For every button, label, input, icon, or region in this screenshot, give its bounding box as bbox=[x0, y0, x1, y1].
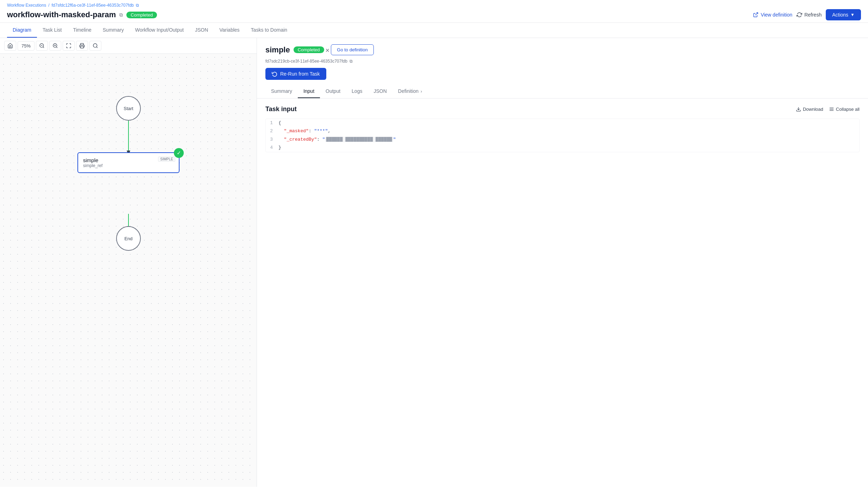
tab-json[interactable]: JSON bbox=[189, 23, 214, 38]
tab-summary[interactable]: Summary bbox=[97, 23, 130, 38]
main-content: 75% bbox=[0, 38, 868, 487]
panel-tab-summary[interactable]: Summary bbox=[265, 85, 298, 98]
breadcrumb-separator: / bbox=[48, 3, 49, 8]
go-to-definition-button[interactable]: Go to definition bbox=[331, 44, 373, 55]
node-task-ref: simple_ref bbox=[83, 163, 174, 168]
panel-title: simple bbox=[265, 45, 290, 55]
refresh-button[interactable]: Refresh bbox=[797, 12, 822, 18]
code-block: 1 { 2 "_masked": "***", 3 "_createdBy": … bbox=[265, 119, 860, 152]
svg-line-10 bbox=[96, 47, 98, 48]
breadcrumb-id[interactable]: fd7sfdc12f6a-ce3f-11ef-85ee-46353c707fdb bbox=[52, 3, 134, 8]
panel-content: Task input Download Collapse all 1 { bbox=[257, 98, 868, 487]
diagram-toolbar: 75% bbox=[0, 38, 257, 54]
rerun-from-task-button[interactable]: Re-Run from Task bbox=[265, 68, 326, 80]
tab-timeline[interactable]: Timeline bbox=[67, 23, 97, 38]
code-line-1: 1 { bbox=[266, 119, 859, 127]
tab-diagram[interactable]: Diagram bbox=[7, 23, 37, 38]
task-input-actions: Download Collapse all bbox=[796, 107, 860, 112]
workflow-status-badge: Completed bbox=[126, 12, 157, 18]
collapse-all-button[interactable]: Collapse all bbox=[829, 107, 860, 112]
refresh-icon bbox=[797, 12, 802, 18]
actions-button[interactable]: Actions ▼ bbox=[826, 9, 861, 20]
home-icon bbox=[7, 43, 13, 49]
panel-tabs: Summary Input Output Logs JSON Definitio… bbox=[265, 85, 860, 98]
header-row: workflow-with-masked-param ⧉ Completed V… bbox=[7, 9, 861, 20]
code-line-2: 2 "_masked": "***", bbox=[266, 127, 859, 135]
panel-id: fd7sdc219cb-ce3f-11ef-85ee-46353c707fdb … bbox=[265, 59, 374, 64]
panel-title-section: simple Completed ×Go to definition fd7sd… bbox=[265, 44, 374, 85]
panel-tab-output[interactable]: Output bbox=[320, 85, 346, 98]
search-icon bbox=[93, 43, 98, 49]
view-definition-button[interactable]: View definition bbox=[753, 12, 792, 18]
node-task-status-icon: ✓ bbox=[174, 148, 184, 158]
task-input-title: Task input bbox=[265, 106, 297, 113]
panel-tab-input[interactable]: Input bbox=[298, 85, 320, 98]
breadcrumb-parent[interactable]: Workflow Executions bbox=[7, 3, 46, 8]
panel-id-copy-icon[interactable]: ⧉ bbox=[350, 59, 353, 64]
breadcrumb: Workflow Executions / fd7sfdc12f6a-ce3f-… bbox=[7, 3, 861, 8]
print-icon bbox=[79, 43, 85, 49]
node-task-type-badge: SIMPLE bbox=[158, 157, 175, 162]
main-tabs: Diagram Task List Timeline Summary Workf… bbox=[0, 23, 868, 38]
collapse-icon bbox=[829, 107, 834, 112]
breadcrumb-copy-icon[interactable]: ⧉ bbox=[136, 3, 139, 8]
code-line-3: 3 "_createdBy": "██████ ██████████ █████… bbox=[266, 135, 859, 144]
node-end[interactable]: End bbox=[116, 226, 141, 251]
zoom-out-button[interactable] bbox=[36, 41, 48, 51]
zoom-in-icon bbox=[52, 43, 58, 49]
print-button[interactable] bbox=[76, 41, 88, 51]
panel-close-button[interactable]: × bbox=[324, 45, 331, 56]
node-start[interactable]: Start bbox=[116, 96, 141, 121]
actions-chevron-icon: ▼ bbox=[850, 12, 855, 17]
rerun-icon bbox=[272, 71, 277, 77]
svg-line-2 bbox=[43, 47, 44, 48]
svg-line-0 bbox=[755, 13, 758, 15]
panel-tab-definition[interactable]: Definition › bbox=[392, 85, 428, 98]
zoom-in-button[interactable] bbox=[49, 41, 61, 51]
svg-point-9 bbox=[93, 44, 97, 47]
panel-tab-more-icon: › bbox=[421, 89, 422, 94]
svg-line-5 bbox=[56, 47, 57, 48]
svg-rect-8 bbox=[81, 46, 83, 48]
fit-screen-icon bbox=[66, 43, 71, 49]
panel-header: simple Completed ×Go to definition fd7sd… bbox=[257, 38, 868, 98]
download-button[interactable]: Download bbox=[796, 107, 823, 112]
header: Workflow Executions / fd7sfdc12f6a-ce3f-… bbox=[0, 0, 868, 23]
panel-tab-logs[interactable]: Logs bbox=[346, 85, 368, 98]
panel-close-row: simple Completed ×Go to definition fd7sd… bbox=[265, 44, 860, 85]
right-panel: simple Completed ×Go to definition fd7sd… bbox=[257, 38, 868, 487]
zoom-level-button[interactable]: 75% bbox=[18, 41, 34, 51]
tab-workflow-input-output[interactable]: Workflow Input/Output bbox=[130, 23, 189, 38]
download-icon bbox=[796, 107, 801, 112]
tab-tasks-to-domain[interactable]: Tasks to Domain bbox=[245, 23, 293, 38]
header-actions: View definition Refresh Actions ▼ bbox=[753, 9, 861, 20]
external-link-icon bbox=[753, 12, 759, 18]
code-line-4: 4 } bbox=[266, 144, 859, 152]
fit-screen-button[interactable] bbox=[63, 41, 75, 51]
search-button[interactable] bbox=[89, 41, 101, 51]
tab-task-list[interactable]: Task List bbox=[37, 23, 67, 38]
panel-status-badge: Completed bbox=[294, 46, 324, 53]
home-button[interactable] bbox=[4, 41, 16, 51]
panel-title-row: simple Completed ×Go to definition bbox=[265, 44, 374, 56]
tab-variables[interactable]: Variables bbox=[214, 23, 245, 38]
workflow-title-copy-button[interactable]: ⧉ bbox=[119, 12, 123, 18]
panel-tab-json[interactable]: JSON bbox=[368, 85, 392, 98]
workflow-title: workflow-with-masked-param bbox=[7, 10, 116, 19]
zoom-out-icon bbox=[39, 43, 45, 49]
task-input-header: Task input Download Collapse all bbox=[265, 106, 860, 113]
diagram-canvas: Start simple simple_ref SIMPLE ✓ End bbox=[0, 54, 257, 485]
node-task[interactable]: simple simple_ref SIMPLE ✓ bbox=[77, 152, 180, 173]
diagram-area: 75% bbox=[0, 38, 257, 487]
